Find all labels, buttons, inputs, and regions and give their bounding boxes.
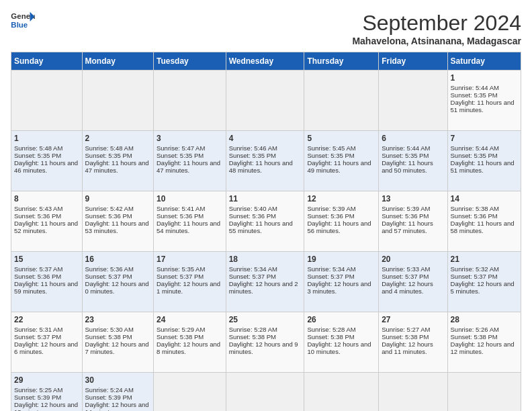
day-number: 2 — [85, 134, 150, 143]
week-row-2: 1Sunrise: 5:48 AMSunset: 5:35 PMDaylight… — [11, 131, 521, 191]
daylight-label: Daylight: 11 hours and 47 minutes. — [157, 159, 220, 174]
sunset-label: Sunset: 5:35 PM — [85, 152, 132, 159]
day-number: 28 — [451, 315, 518, 324]
sunset-label: Sunset: 5:36 PM — [382, 212, 429, 220]
sunrise-label: Sunrise: 5:37 AM — [14, 265, 62, 273]
day-number: 5 — [307, 134, 375, 143]
table-cell — [379, 373, 447, 412]
sunset-label: Sunset: 5:36 PM — [229, 212, 276, 220]
day-number: 25 — [229, 315, 302, 324]
sunrise-label: Sunrise: 5:48 AM — [85, 144, 134, 152]
daylight-label: Daylight: 11 hours and 57 minutes. — [382, 220, 433, 234]
table-cell: 21Sunrise: 5:32 AMSunset: 5:37 PMDayligh… — [447, 252, 521, 312]
daylight-label: Daylight: 11 hours and 53 minutes. — [85, 220, 149, 234]
day-number: 10 — [157, 194, 223, 203]
sunrise-label: Sunrise: 5:43 AM — [14, 205, 62, 212]
table-cell — [154, 373, 226, 412]
day-number: 26 — [307, 315, 375, 324]
header-friday: Friday — [379, 52, 447, 71]
sunset-label: Sunset: 5:37 PM — [382, 273, 429, 280]
sunset-label: Sunset: 5:35 PM — [307, 152, 354, 159]
sunset-label: Sunset: 5:36 PM — [85, 212, 132, 220]
sunset-label: Sunset: 5:36 PM — [14, 273, 61, 280]
sunrise-label: Sunrise: 5:29 AM — [157, 326, 205, 333]
day-number: 8 — [14, 194, 79, 203]
table-cell — [226, 71, 304, 131]
daylight-label: Daylight: 12 hours and 7 minutes. — [85, 340, 149, 355]
sunset-label: Sunset: 5:35 PM — [14, 152, 61, 159]
day-number: 13 — [382, 194, 444, 203]
sunset-label: Sunset: 5:35 PM — [157, 152, 204, 159]
table-cell: 29Sunrise: 5:25 AMSunset: 5:39 PMDayligh… — [11, 373, 83, 412]
sunrise-label: Sunrise: 5:39 AM — [307, 205, 355, 212]
table-cell: 7Sunrise: 5:44 AMSunset: 5:35 PMDaylight… — [447, 131, 521, 191]
table-cell: 28Sunrise: 5:26 AMSunset: 5:38 PMDayligh… — [447, 312, 521, 373]
sunrise-label: Sunrise: 5:44 AM — [451, 144, 499, 152]
sunset-label: Sunset: 5:36 PM — [451, 212, 498, 220]
sunset-label: Sunset: 5:38 PM — [157, 333, 204, 340]
table-cell: 10Sunrise: 5:41 AMSunset: 5:36 PMDayligh… — [154, 191, 226, 252]
table-cell: 1Sunrise: 5:44 AMSunset: 5:35 PMDaylight… — [447, 71, 521, 131]
header-sunday: Sunday — [11, 52, 83, 71]
daylight-label: Daylight: 12 hours and 10 minutes. — [307, 340, 371, 355]
table-cell — [379, 71, 447, 131]
daylight-label: Daylight: 12 hours and 4 minutes. — [382, 280, 433, 295]
daylight-label: Daylight: 12 hours and 0 minutes. — [85, 280, 149, 295]
sunset-label: Sunset: 5:35 PM — [451, 91, 498, 99]
sunset-label: Sunset: 5:38 PM — [307, 333, 354, 340]
day-number: 18 — [229, 255, 302, 264]
table-cell: 18Sunrise: 5:34 AMSunset: 5:37 PMDayligh… — [226, 252, 304, 312]
sunset-label: Sunset: 5:38 PM — [229, 333, 276, 340]
daylight-label: Daylight: 12 hours and 1 minute. — [157, 280, 220, 295]
sunset-label: Sunset: 5:37 PM — [14, 333, 61, 340]
table-cell: 12Sunrise: 5:39 AMSunset: 5:36 PMDayligh… — [304, 191, 379, 252]
table-cell: 14Sunrise: 5:38 AMSunset: 5:36 PMDayligh… — [447, 191, 521, 252]
day-number: 27 — [382, 315, 444, 324]
table-cell: 22Sunrise: 5:31 AMSunset: 5:37 PMDayligh… — [11, 312, 83, 373]
daylight-label: Daylight: 11 hours and 50 minutes. — [382, 159, 433, 174]
calendar-header-row: SundayMondayTuesdayWednesdayThursdayFrid… — [11, 52, 521, 71]
sunrise-label: Sunrise: 5:48 AM — [14, 144, 62, 152]
sunrise-label: Sunrise: 5:27 AM — [382, 326, 430, 333]
sunset-label: Sunset: 5:39 PM — [85, 394, 132, 401]
day-number: 15 — [14, 255, 79, 264]
daylight-label: Daylight: 11 hours and 47 minutes. — [85, 159, 149, 174]
day-number: 1 — [451, 73, 518, 83]
day-number: 29 — [14, 375, 79, 385]
table-cell: 3Sunrise: 5:47 AMSunset: 5:35 PMDaylight… — [154, 131, 226, 191]
sunset-label: Sunset: 5:35 PM — [451, 152, 498, 159]
sunset-label: Sunset: 5:37 PM — [307, 273, 354, 280]
week-row-1: 1Sunrise: 5:44 AMSunset: 5:35 PMDaylight… — [11, 71, 521, 131]
table-cell: 13Sunrise: 5:39 AMSunset: 5:36 PMDayligh… — [379, 191, 447, 252]
header-tuesday: Tuesday — [154, 52, 226, 71]
daylight-label: Daylight: 11 hours and 51 minutes. — [451, 99, 515, 113]
daylight-label: Daylight: 12 hours and 6 minutes. — [14, 340, 78, 355]
daylight-label: Daylight: 11 hours and 52 minutes. — [14, 220, 78, 234]
daylight-label: Daylight: 11 hours and 48 minutes. — [229, 159, 293, 174]
day-number: 24 — [157, 315, 223, 324]
day-number: 7 — [451, 134, 518, 143]
sunrise-label: Sunrise: 5:31 AM — [14, 326, 62, 333]
day-number: 14 — [451, 194, 518, 203]
week-row-4: 15Sunrise: 5:37 AMSunset: 5:36 PMDayligh… — [11, 252, 521, 312]
sunset-label: Sunset: 5:37 PM — [451, 273, 498, 280]
day-number: 21 — [451, 255, 518, 264]
sunrise-label: Sunrise: 5:46 AM — [229, 144, 277, 152]
sunrise-label: Sunrise: 5:28 AM — [229, 326, 277, 333]
daylight-label: Daylight: 12 hours and 14 minutes. — [85, 401, 149, 411]
table-cell — [82, 71, 153, 131]
logo: General Blue — [11, 11, 35, 31]
sunrise-label: Sunrise: 5:40 AM — [229, 205, 277, 212]
table-cell — [226, 373, 304, 412]
daylight-label: Daylight: 12 hours and 11 minutes. — [382, 340, 433, 355]
table-cell: 30Sunrise: 5:24 AMSunset: 5:39 PMDayligh… — [82, 373, 153, 412]
sunset-label: Sunset: 5:35 PM — [382, 152, 429, 159]
table-cell: 27Sunrise: 5:27 AMSunset: 5:38 PMDayligh… — [379, 312, 447, 373]
sunset-label: Sunset: 5:38 PM — [85, 333, 132, 340]
title-block: September 2024 Mahavelona, Atsinanana, M… — [352, 11, 521, 46]
table-cell: 19Sunrise: 5:34 AMSunset: 5:37 PMDayligh… — [304, 252, 379, 312]
table-cell: 8Sunrise: 5:43 AMSunset: 5:36 PMDaylight… — [11, 191, 83, 252]
day-number: 3 — [157, 134, 223, 143]
svg-text:Blue: Blue — [11, 21, 28, 29]
table-cell — [304, 71, 379, 131]
